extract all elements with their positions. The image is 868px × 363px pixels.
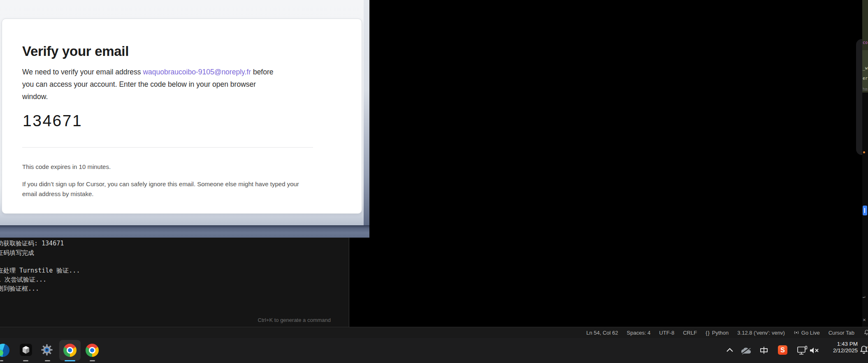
running-indicator bbox=[90, 360, 95, 361]
running-indicator-active bbox=[65, 360, 75, 361]
go-live-button[interactable]: Go Live bbox=[794, 330, 820, 336]
ide-status-bar: Ln 54, Col 62 Spaces: 4 UTF-8 CRLF {} Py… bbox=[0, 327, 868, 338]
email-title: Verify your email bbox=[22, 44, 129, 59]
notifications-bell-icon[interactable] bbox=[863, 329, 868, 336]
code-fragment: er bbox=[863, 76, 868, 81]
chrome-browser-icon-active[interactable] bbox=[63, 344, 77, 357]
notification-bell-dnd-icon[interactable]: z bbox=[859, 345, 868, 355]
terminal-line: 1 次尝试验证... bbox=[0, 276, 46, 284]
code-fragment: _w bbox=[863, 66, 868, 70]
terminal-line: 在处理 Turnstile 验证... bbox=[0, 267, 80, 275]
language-label: Python bbox=[712, 330, 729, 336]
svg-text:z: z bbox=[866, 345, 868, 349]
email-body-line1: We need to verify your email address waq… bbox=[22, 66, 274, 78]
email-window-right-edge bbox=[364, 0, 369, 225]
cube-app-icon[interactable] bbox=[20, 344, 32, 356]
email-body-line3: window. bbox=[22, 90, 274, 103]
terminal-line: 功获取验证码: 134671 bbox=[0, 240, 64, 247]
terminal-panel[interactable]: 功获取验证码: 134671 证码填写完成 在处理 Turnstile 验证..… bbox=[0, 238, 349, 327]
display-cast-icon[interactable] bbox=[797, 346, 808, 355]
email-address-link[interactable]: waquobraucoibo-9105@noreply.fr bbox=[143, 68, 251, 76]
taskbar-clock[interactable]: 1:43 PM 2/12/2025 bbox=[817, 341, 858, 354]
return-key-icon: ↵ bbox=[863, 294, 866, 299]
email-footer-line2: email address by mistake. bbox=[22, 189, 299, 199]
clock-date: 2/12/2025 bbox=[817, 347, 858, 354]
windows-taskbar: S 1:43 PM 2/12/2025 z bbox=[0, 338, 868, 363]
encoding-indicator[interactable]: UTF-8 bbox=[659, 330, 674, 336]
braces-icon: {} bbox=[706, 330, 710, 336]
language-mode-indicator[interactable]: {} Python bbox=[706, 330, 729, 336]
tray-chevron-up-icon[interactable] bbox=[726, 348, 733, 352]
indentation-indicator[interactable]: Spaces: 4 bbox=[627, 330, 651, 336]
email-footer-line1: If you didn’t sign up for Cursor, you ca… bbox=[22, 179, 299, 189]
verification-code: 134671 bbox=[23, 112, 82, 130]
ctrl-k-hint: Ctrl+K to generate a command bbox=[230, 317, 331, 323]
status-bar-right-items: Ln 54, Col 62 Spaces: 4 UTF-8 CRLF {} Py… bbox=[586, 327, 867, 338]
running-indicator bbox=[45, 360, 50, 361]
close-icon[interactable]: × bbox=[863, 317, 866, 323]
eol-indicator[interactable]: CRLF bbox=[683, 330, 697, 336]
scrollbar-thumb[interactable] bbox=[863, 206, 867, 215]
running-indicator bbox=[0, 360, 3, 361]
auth-page: Verify your email Before continuing, we … bbox=[349, 0, 862, 327]
running-indicator bbox=[23, 360, 28, 361]
broadcast-icon bbox=[794, 330, 799, 335]
clock-time: 1:43 PM bbox=[817, 341, 858, 347]
terminal-line: 证码填写完成 bbox=[0, 249, 34, 257]
email-preview-window: Verify your email We need to verify your… bbox=[0, 0, 369, 238]
cube-glyph bbox=[20, 344, 32, 356]
chrome-browser-icon[interactable] bbox=[86, 344, 99, 357]
terminal-line: 测到验证框... bbox=[0, 285, 39, 293]
email-body-line2: you can access your account. Enter the c… bbox=[22, 78, 274, 90]
settings-gear-icon[interactable] bbox=[41, 344, 53, 356]
email-body-text: We need to verify your email address bbox=[22, 68, 143, 76]
code-fragment-dot bbox=[863, 151, 865, 153]
email-card: Verify your email We need to verify your… bbox=[2, 18, 362, 214]
cursor-position-indicator[interactable]: Ln 54, Col 62 bbox=[586, 330, 618, 336]
email-body-text: before bbox=[251, 68, 273, 76]
onedrive-offline-icon[interactable] bbox=[740, 347, 752, 354]
edge-browser-icon[interactable] bbox=[0, 344, 9, 357]
background-editor-sliver: co _w er hm ↵ × bbox=[862, 0, 868, 327]
email-footer: If you didn’t sign up for Cursor, you ca… bbox=[22, 179, 299, 199]
code-expiry-note: This code expires in 10 minutes. bbox=[22, 163, 111, 170]
code-fragment: co bbox=[863, 40, 868, 45]
email-window-bottom-frame bbox=[0, 225, 369, 238]
divider bbox=[22, 147, 313, 148]
email-body: We need to verify your email address waq… bbox=[22, 66, 274, 103]
go-live-label: Go Live bbox=[801, 330, 820, 336]
code-fragment: hm bbox=[863, 87, 868, 92]
cursor-tab-indicator[interactable]: Cursor Tab bbox=[829, 330, 854, 336]
ime-chinese-icon[interactable] bbox=[759, 346, 768, 355]
python-interpreter-indicator[interactable]: 3.12.8 ('venv': venv) bbox=[737, 330, 785, 336]
snipaste-icon[interactable]: S bbox=[778, 345, 787, 355]
